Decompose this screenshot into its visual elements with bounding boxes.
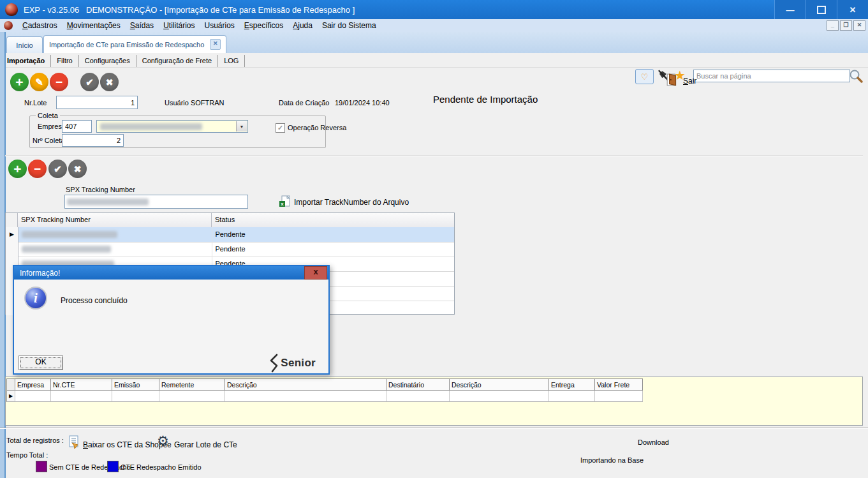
cancel-lote-button[interactable]: ✖ xyxy=(100,73,119,91)
col-remetente: Remetente xyxy=(159,378,225,391)
exit-door-icon[interactable] xyxy=(666,73,679,86)
check-icon: ✔ xyxy=(85,77,94,88)
minimize-icon: — xyxy=(786,5,795,15)
status-cell: Pendente xyxy=(212,242,454,257)
minus-icon: − xyxy=(34,162,41,176)
section-divider xyxy=(5,155,863,156)
gerar-lote-cte-button[interactable]: Gerar Lote de CTe xyxy=(174,440,237,449)
dialog-body: i Processo concluído OK Senior xyxy=(14,280,328,373)
cancel-tracking-button[interactable]: ✖ xyxy=(68,160,87,178)
favorites-button[interactable]: ♡ xyxy=(635,69,654,84)
menu-usuarios[interactable]: Usuários xyxy=(204,21,234,30)
dialog-title-text: Informação! xyxy=(20,269,60,278)
minus-icon: − xyxy=(55,75,63,89)
menu-cadastros[interactable]: Cadastros xyxy=(22,21,57,30)
dialog-title-bar: Informação! x xyxy=(14,266,328,280)
col-descricao-2: Descrição xyxy=(450,378,549,391)
check-icon: ✔ xyxy=(54,163,62,175)
col-destinatario: Destinatário xyxy=(386,378,450,391)
tab-importacao-label: Importação de CTe para Emissão de Redesp… xyxy=(49,41,204,49)
senior-logo-text: Senior xyxy=(281,357,316,370)
mdi-restore-button[interactable]: ❐ xyxy=(840,20,852,31)
indicator-column-header xyxy=(6,378,15,391)
maximize-icon xyxy=(817,6,826,14)
data-criacao-label: Data de Criação xyxy=(279,99,330,107)
edit-lote-button[interactable]: ✎ xyxy=(30,73,48,91)
spx-tracking-label: SPX Tracking Number xyxy=(66,186,135,193)
close-icon: ✕ xyxy=(850,5,857,15)
search-icon[interactable] xyxy=(848,68,864,84)
tab-inicio[interactable]: Início xyxy=(6,36,43,53)
senior-logo: Senior xyxy=(269,354,316,373)
table-row[interactable]: Pendente xyxy=(6,242,454,257)
pencil-icon: ✎ xyxy=(35,77,43,88)
mdi-minimize-button[interactable]: _ xyxy=(827,20,839,31)
col-entrega: Entrega xyxy=(549,378,595,391)
legend-swatch-emitido xyxy=(107,461,119,472)
add-lote-button[interactable]: + xyxy=(10,73,29,91)
coleta-group-label: Coleta xyxy=(36,112,60,119)
add-tracking-button[interactable]: + xyxy=(8,160,27,178)
operacao-reversa-checkbox[interactable]: ✓ xyxy=(276,123,285,133)
operacao-reversa-label: Operação Reversa xyxy=(288,124,346,131)
row-indicator-empty xyxy=(6,242,18,257)
app-icon-small xyxy=(4,21,13,30)
gear-icon[interactable]: ⚙ xyxy=(157,433,169,449)
delete-tracking-button[interactable]: − xyxy=(28,160,47,178)
menu-saidas[interactable]: Saídas xyxy=(130,21,154,30)
menu-movimentacoes[interactable]: Movimentações xyxy=(67,21,121,30)
ok-button[interactable]: OK xyxy=(18,355,63,370)
application-window: EXP - v3.25.06 DEMONSTRAÇÃO - [Importaçã… xyxy=(0,0,868,478)
empresa-code-input[interactable] xyxy=(62,120,92,133)
download-document-icon[interactable] xyxy=(67,435,81,449)
empresa-combobox[interactable]: ▼ xyxy=(96,120,248,133)
col-valor-frete: Valor Frete xyxy=(595,378,643,391)
cte-grid-empty-row[interactable]: ▶ xyxy=(6,391,643,402)
menu-utilitarios[interactable]: Utilitários xyxy=(163,21,195,30)
dialog-close-button[interactable]: x xyxy=(304,266,327,280)
download-status-label: Download xyxy=(638,438,669,446)
redacted-tracking-value xyxy=(67,198,149,205)
senior-logo-icon xyxy=(269,354,278,373)
maximize-button[interactable] xyxy=(805,0,837,19)
subtab-importacao[interactable]: Importação xyxy=(1,55,51,67)
delete-lote-button[interactable]: − xyxy=(50,73,68,91)
subtab-filtro[interactable]: Filtro xyxy=(51,55,78,67)
tempo-total-label: Tempo Total : xyxy=(6,451,48,459)
confirm-lote-button[interactable]: ✔ xyxy=(80,73,99,91)
close-button[interactable]: ✕ xyxy=(837,0,868,19)
nr-coleta-input[interactable] xyxy=(62,134,124,147)
subtab-log[interactable]: LOG xyxy=(218,55,245,67)
excel-file-icon[interactable]: x xyxy=(279,195,291,207)
spx-tracking-input[interactable] xyxy=(64,195,248,209)
exit-button[interactable]: Sair xyxy=(683,77,696,86)
subtab-configuracoes[interactable]: Configurações xyxy=(79,55,136,67)
mdi-close-button[interactable]: ✕ xyxy=(853,20,865,31)
tab-importacao-cte[interactable]: Importação de CTe para Emissão de Redesp… xyxy=(43,35,226,53)
table-row[interactable]: ▶ Pendente xyxy=(6,227,454,243)
menu-sair-do-sistema[interactable]: Sair do Sistema xyxy=(322,21,376,30)
tab-close-icon[interactable]: ✕ xyxy=(210,39,221,50)
checkbox-check-icon: ✓ xyxy=(277,124,283,131)
subtab-configuracao-frete[interactable]: Configuração de Frete xyxy=(136,55,218,67)
footer-divider xyxy=(0,428,868,429)
import-tracknumber-button[interactable]: Importar TrackNumber do Arquivo xyxy=(294,198,409,207)
menu-especificos[interactable]: Específicos xyxy=(244,21,283,30)
window-title: EXP - v3.25.06 DEMONSTRAÇÃO - [Importaçã… xyxy=(24,5,355,15)
col-status: Status xyxy=(212,213,454,227)
minimize-button[interactable]: — xyxy=(774,0,805,19)
importando-base-label: Importando na Base xyxy=(580,456,644,464)
col-nr-cte: Nr.CTE xyxy=(51,378,112,391)
col-emissao: Emissão xyxy=(112,378,159,391)
search-input[interactable] xyxy=(693,70,850,82)
information-dialog: Informação! x i Processo concluído OK Se… xyxy=(13,265,330,375)
menu-ajuda[interactable]: Ajuda xyxy=(293,21,313,30)
combo-dropdown-icon[interactable]: ▼ xyxy=(236,121,247,131)
confirm-tracking-button[interactable]: ✔ xyxy=(48,160,67,178)
tab-inicio-label: Início xyxy=(16,41,33,49)
data-criacao-value: 19/01/2024 10:40 xyxy=(335,99,390,107)
svg-text:x: x xyxy=(281,201,284,207)
nr-lote-input[interactable] xyxy=(56,96,138,109)
tracking-table-header: SPX Tracking Number Status xyxy=(6,213,454,228)
col-descricao-1: Descrição xyxy=(225,378,386,391)
